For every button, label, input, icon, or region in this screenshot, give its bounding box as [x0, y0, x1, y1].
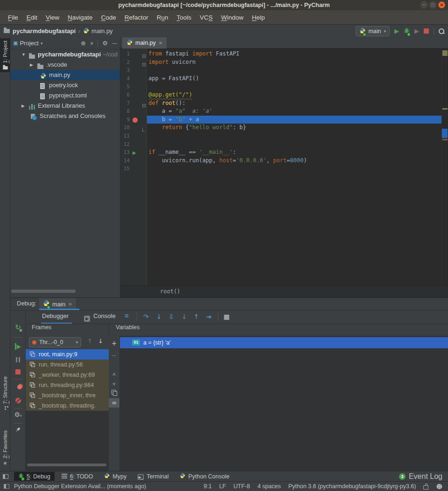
- step-into-icon[interactable]: ↓: [156, 313, 162, 320]
- threads-view-icon[interactable]: ≡: [125, 311, 129, 319]
- warning-stripe-mark[interactable]: [442, 108, 448, 110]
- menu-tools[interactable]: Tools: [172, 14, 196, 21]
- code-line-5[interactable]: 5: [120, 83, 448, 91]
- tool-window-button-terminal[interactable]: ▶_Terminal: [133, 472, 173, 481]
- remove-watch-icon[interactable]: −: [109, 352, 119, 359]
- tree-item-poetry-lock[interactable]: poetry.lock: [10, 80, 120, 90]
- locate-file-icon[interactable]: ⊕: [81, 40, 86, 47]
- variable-row[interactable]: 01a = {str} 'a': [120, 337, 448, 348]
- exec-line-stripe-mark[interactable]: [442, 129, 448, 138]
- frames-horizontal-scrollbar[interactable]: [27, 463, 106, 466]
- tool-window-button-python-console[interactable]: Python Console: [175, 472, 233, 481]
- tree-item-pyproject-toml[interactable]: pyproject.toml: [10, 90, 120, 101]
- status-widget-4[interactable]: Python 3.6 (pycharmdebugfastapi-9cdjtyrg…: [288, 483, 416, 490]
- project-horizontal-scrollbar[interactable]: [11, 290, 76, 293]
- code-line-1[interactable]: 1from fastapi import FastAPI: [120, 50, 448, 58]
- add-watch-icon[interactable]: +: [109, 339, 119, 347]
- menu-edit[interactable]: Edit: [22, 14, 42, 21]
- maximize-button[interactable]: □: [429, 1, 436, 8]
- collapse-all-icon[interactable]: »: [89, 41, 95, 45]
- code-line-10[interactable]: 10 return {"hello world": b}: [120, 124, 448, 132]
- tree-item-main-py[interactable]: main.py: [10, 70, 120, 80]
- thread-selector[interactable]: Thr...-0_0 ▾: [29, 337, 81, 347]
- warning-stripe-mark[interactable]: [442, 139, 448, 140]
- code-line-7[interactable]: 7def root():: [120, 99, 448, 108]
- view-layout-grid-icon[interactable]: ▦: [224, 313, 230, 320]
- code-line-15[interactable]: 15: [120, 165, 448, 173]
- move-down-icon[interactable]: ▼: [109, 382, 119, 387]
- chevron-right-icon[interactable]: ▶: [21, 101, 25, 111]
- tab-debugger[interactable]: Debugger: [42, 312, 69, 319]
- debug-button[interactable]: [404, 27, 410, 35]
- tool-window-button-5-debug[interactable]: 5: Debug: [14, 472, 55, 481]
- code-area[interactable]: 1from fastapi import FastAPI2import uvic…: [120, 48, 448, 287]
- rerun-button[interactable]: ↻: [10, 323, 26, 332]
- close-icon[interactable]: ✕: [68, 302, 72, 307]
- previous-frame-icon[interactable]: ↑: [87, 338, 92, 345]
- next-frame-icon[interactable]: ↓: [98, 338, 103, 345]
- chevron-down-icon[interactable]: ▾: [41, 41, 43, 46]
- hide-panel-icon[interactable]: —: [112, 40, 117, 46]
- stop-button[interactable]: [10, 368, 26, 376]
- editor-error-stripe[interactable]: [441, 48, 448, 285]
- tool-window-button-6-todo[interactable]: 6: TODO: [57, 472, 98, 481]
- tree-item-external-libraries[interactable]: ▶External Libraries: [10, 101, 120, 111]
- frame-row[interactable]: run, thread.py:56: [26, 360, 109, 370]
- editor-tab-main-py[interactable]: main.py ✕: [122, 37, 167, 48]
- run-line-icon[interactable]: ▶: [133, 149, 139, 157]
- pause-button[interactable]: [10, 356, 26, 364]
- close-button[interactable]: ✕: [438, 1, 445, 8]
- chevron-right-icon[interactable]: ▶: [30, 60, 33, 70]
- breadcrumb-function[interactable]: root(): [160, 288, 180, 295]
- code-line-8[interactable]: 8 a = "a" a: 'a': [120, 107, 448, 116]
- frame-row[interactable]: run, threading.py:864: [26, 380, 109, 390]
- mute-breakpoints-button[interactable]: [10, 397, 26, 405]
- event-log-button[interactable]: 3 Event Log: [399, 472, 445, 481]
- menu-code[interactable]: Code: [97, 14, 120, 21]
- resume-button[interactable]: ▶: [10, 342, 26, 350]
- search-everywhere-button[interactable]: [439, 28, 444, 34]
- status-message[interactable]: Python Debugger Extension Avail... (mome…: [14, 483, 146, 490]
- toggle-tool-window-buttons-icon[interactable]: [4, 484, 9, 489]
- settings-gear-icon[interactable]: ⚙▾: [10, 411, 26, 418]
- status-widget-3[interactable]: 4 spaces: [258, 483, 281, 490]
- breadcrumb-project[interactable]: pycharmdebugfastapi: [13, 28, 76, 35]
- status-widget-2[interactable]: UTF-8: [233, 483, 250, 490]
- pin-button[interactable]: [10, 426, 26, 434]
- code-line-11[interactable]: 11: [120, 132, 448, 140]
- gear-icon[interactable]: ⚙: [102, 40, 108, 47]
- run-button[interactable]: ▶: [394, 28, 399, 35]
- frame-row[interactable]: _bootstrap, threading.: [26, 401, 109, 411]
- breadcrumb-file[interactable]: main.py: [91, 28, 113, 35]
- stripe-button-project[interactable]: 1: Project: [0, 38, 10, 72]
- stop-button[interactable]: [424, 28, 429, 34]
- editor-breadcrumbs[interactable]: root(): [120, 285, 448, 297]
- inspections-profile-icon[interactable]: ☻: [436, 483, 442, 490]
- stripe-button-structure[interactable]: 7: Structure: [0, 374, 10, 410]
- frame-row[interactable]: _bootstrap_inner, thre: [26, 390, 109, 401]
- code-line-6[interactable]: 6@app.get("/"): [120, 91, 448, 99]
- step-out-icon[interactable]: ↑: [194, 313, 199, 320]
- menu-window[interactable]: Window: [217, 14, 248, 21]
- tree-item-scratches-and-consoles[interactable]: Scratches and Consoles: [10, 111, 120, 121]
- view-breakpoints-button[interactable]: [10, 383, 26, 391]
- menu-navigate[interactable]: Navigate: [63, 14, 97, 21]
- close-icon[interactable]: ✕: [159, 41, 162, 46]
- minimize-button[interactable]: −: [420, 1, 427, 8]
- stripe-button-favorites[interactable]: 2: Favorites ★: [0, 428, 10, 468]
- code-line-2[interactable]: 2import uvicorn: [120, 58, 448, 67]
- force-step-into-icon[interactable]: ↓: [182, 313, 187, 320]
- code-line-13[interactable]: 13▶if __name__ == '__main__':: [120, 148, 448, 157]
- lock-icon[interactable]: [423, 485, 428, 490]
- code-line-4[interactable]: 4app = FastAPI(): [120, 75, 448, 83]
- chevron-down-icon[interactable]: ▼: [21, 49, 26, 60]
- code-line-9[interactable]: 9 b = "b" + a: [120, 116, 448, 124]
- move-up-icon[interactable]: ▲: [109, 371, 119, 376]
- code-line-14[interactable]: 14 uvicorn.run(app, host='0.0.0.0', port…: [120, 157, 448, 165]
- frame-row[interactable]: root, main.py:9: [26, 349, 109, 360]
- menu-run[interactable]: Run: [153, 14, 173, 21]
- project-panel-title[interactable]: Project: [20, 40, 38, 47]
- step-over-icon[interactable]: ↷: [143, 313, 149, 320]
- run-to-cursor-icon[interactable]: ⇥: [206, 313, 211, 320]
- menu-file[interactable]: File: [4, 14, 22, 21]
